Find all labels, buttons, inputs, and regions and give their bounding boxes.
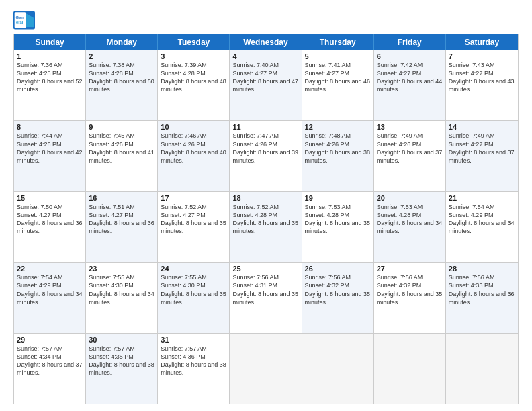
day-number: 16 (89, 194, 154, 202)
day-number: 17 (161, 194, 226, 202)
cal-cell-18: 18Sunrise: 7:52 AMSunset: 4:28 PMDayligh… (230, 192, 302, 262)
day-info: Sunrise: 7:38 AMSunset: 4:28 PMDaylight:… (89, 61, 154, 94)
cal-cell-empty-5 (374, 334, 446, 404)
day-number: 2 (89, 52, 154, 60)
day-number: 26 (305, 265, 371, 273)
cal-cell-5: 5Sunrise: 7:41 AMSunset: 4:27 PMDaylight… (302, 50, 374, 120)
day-number: 24 (161, 265, 226, 273)
day-info: Sunrise: 7:39 AMSunset: 4:28 PMDaylight:… (161, 61, 226, 94)
cal-cell-24: 24Sunrise: 7:55 AMSunset: 4:30 PMDayligh… (158, 263, 230, 332)
cal-cell-16: 16Sunrise: 7:51 AMSunset: 4:27 PMDayligh… (86, 192, 158, 262)
cal-header-saturday: Saturday (446, 34, 518, 50)
cal-cell-20: 20Sunrise: 7:53 AMSunset: 4:28 PMDayligh… (374, 192, 446, 262)
day-info: Sunrise: 7:54 AMSunset: 4:29 PMDaylight:… (17, 273, 83, 306)
cal-row-3: 22Sunrise: 7:54 AMSunset: 4:29 PMDayligh… (14, 262, 518, 332)
cal-row-4: 29Sunrise: 7:57 AMSunset: 4:34 PMDayligh… (14, 333, 518, 404)
day-number: 11 (232, 123, 298, 131)
cal-cell-28: 28Sunrise: 7:56 AMSunset: 4:33 PMDayligh… (446, 263, 518, 332)
cal-cell-22: 22Sunrise: 7:54 AMSunset: 4:29 PMDayligh… (14, 263, 86, 332)
day-info: Sunrise: 7:52 AMSunset: 4:28 PMDaylight:… (232, 203, 298, 236)
cal-cell-17: 17Sunrise: 7:52 AMSunset: 4:27 PMDayligh… (158, 192, 230, 262)
day-number: 14 (449, 123, 515, 131)
day-info: Sunrise: 7:41 AMSunset: 4:27 PMDaylight:… (305, 61, 371, 94)
cal-cell-empty-3 (230, 334, 302, 404)
day-number: 18 (232, 194, 298, 202)
cal-header-sunday: Sunday (14, 34, 86, 50)
page-header: Gen eral (13, 11, 519, 30)
cal-cell-1: 1Sunrise: 7:36 AMSunset: 4:28 PMDaylight… (14, 50, 86, 120)
day-number: 22 (17, 265, 83, 273)
day-info: Sunrise: 7:57 AMSunset: 4:34 PMDaylight:… (17, 345, 83, 377)
day-info: Sunrise: 7:53 AMSunset: 4:28 PMDaylight:… (305, 203, 371, 236)
day-number: 19 (305, 194, 371, 202)
cal-cell-15: 15Sunrise: 7:50 AMSunset: 4:27 PMDayligh… (14, 192, 86, 262)
day-info: Sunrise: 7:56 AMSunset: 4:31 PMDaylight:… (232, 273, 298, 306)
day-info: Sunrise: 7:49 AMSunset: 4:27 PMDaylight:… (449, 132, 515, 165)
calendar: SundayMondayTuesdayWednesdayThursdayFrid… (13, 34, 519, 404)
day-number: 1 (17, 52, 83, 60)
day-number: 13 (377, 123, 443, 131)
calendar-header: SundayMondayTuesdayWednesdayThursdayFrid… (14, 34, 518, 50)
day-info: Sunrise: 7:46 AMSunset: 4:26 PMDaylight:… (161, 132, 226, 165)
day-number: 15 (17, 194, 83, 202)
day-info: Sunrise: 7:45 AMSunset: 4:26 PMDaylight:… (89, 132, 154, 165)
day-number: 3 (161, 52, 226, 60)
cal-cell-13: 13Sunrise: 7:49 AMSunset: 4:26 PMDayligh… (374, 121, 446, 191)
day-info: Sunrise: 7:36 AMSunset: 4:28 PMDaylight:… (17, 61, 83, 94)
cal-header-monday: Monday (86, 34, 158, 50)
day-info: Sunrise: 7:48 AMSunset: 4:26 PMDaylight:… (305, 132, 371, 165)
day-info: Sunrise: 7:55 AMSunset: 4:30 PMDaylight:… (89, 273, 154, 306)
cal-cell-10: 10Sunrise: 7:46 AMSunset: 4:26 PMDayligh… (158, 121, 230, 191)
calendar-body: 1Sunrise: 7:36 AMSunset: 4:28 PMDaylight… (14, 50, 518, 404)
day-info: Sunrise: 7:56 AMSunset: 4:32 PMDaylight:… (377, 273, 443, 306)
day-number: 9 (89, 123, 154, 131)
cal-cell-12: 12Sunrise: 7:48 AMSunset: 4:26 PMDayligh… (302, 121, 374, 191)
day-number: 6 (377, 52, 443, 60)
cal-cell-4: 4Sunrise: 7:40 AMSunset: 4:27 PMDaylight… (230, 50, 302, 120)
day-info: Sunrise: 7:57 AMSunset: 4:36 PMDaylight:… (161, 345, 226, 377)
day-number: 29 (17, 336, 83, 344)
day-info: Sunrise: 7:40 AMSunset: 4:27 PMDaylight:… (232, 61, 298, 94)
day-info: Sunrise: 7:50 AMSunset: 4:27 PMDaylight:… (17, 203, 83, 236)
svg-text:eral: eral (16, 20, 24, 24)
cal-row-2: 15Sunrise: 7:50 AMSunset: 4:27 PMDayligh… (14, 191, 518, 262)
day-info: Sunrise: 7:43 AMSunset: 4:27 PMDaylight:… (449, 61, 515, 94)
day-number: 8 (17, 123, 83, 131)
day-info: Sunrise: 7:51 AMSunset: 4:27 PMDaylight:… (89, 203, 154, 236)
cal-cell-21: 21Sunrise: 7:54 AMSunset: 4:29 PMDayligh… (446, 192, 518, 262)
day-info: Sunrise: 7:55 AMSunset: 4:30 PMDaylight:… (161, 273, 226, 306)
day-number: 27 (377, 265, 443, 273)
day-number: 23 (89, 265, 154, 273)
day-info: Sunrise: 7:56 AMSunset: 4:33 PMDaylight:… (449, 273, 515, 306)
cal-header-thursday: Thursday (302, 34, 374, 50)
cal-cell-30: 30Sunrise: 7:57 AMSunset: 4:35 PMDayligh… (86, 334, 158, 404)
day-info: Sunrise: 7:56 AMSunset: 4:32 PMDaylight:… (305, 273, 371, 306)
day-number: 7 (449, 52, 515, 60)
cal-cell-25: 25Sunrise: 7:56 AMSunset: 4:31 PMDayligh… (230, 263, 302, 332)
day-info: Sunrise: 7:44 AMSunset: 4:26 PMDaylight:… (17, 132, 83, 165)
cal-cell-6: 6Sunrise: 7:42 AMSunset: 4:27 PMDaylight… (374, 50, 446, 120)
svg-text:Gen: Gen (16, 15, 24, 19)
calendar-page: Gen eral SundayMondayTuesdayWednesdayThu… (0, 0, 532, 411)
cal-cell-8: 8Sunrise: 7:44 AMSunset: 4:26 PMDaylight… (14, 121, 86, 191)
cal-cell-3: 3Sunrise: 7:39 AMSunset: 4:28 PMDaylight… (158, 50, 230, 120)
cal-cell-empty-4 (302, 334, 374, 404)
cal-cell-19: 19Sunrise: 7:53 AMSunset: 4:28 PMDayligh… (302, 192, 374, 262)
day-number: 20 (377, 194, 443, 202)
cal-cell-26: 26Sunrise: 7:56 AMSunset: 4:32 PMDayligh… (302, 263, 374, 332)
cal-cell-empty-6 (446, 334, 518, 404)
cal-cell-23: 23Sunrise: 7:55 AMSunset: 4:30 PMDayligh… (86, 263, 158, 332)
day-number: 31 (161, 336, 226, 344)
day-info: Sunrise: 7:57 AMSunset: 4:35 PMDaylight:… (89, 345, 154, 377)
cal-cell-14: 14Sunrise: 7:49 AMSunset: 4:27 PMDayligh… (446, 121, 518, 191)
cal-header-friday: Friday (374, 34, 446, 50)
day-info: Sunrise: 7:52 AMSunset: 4:27 PMDaylight:… (161, 203, 226, 236)
logo: Gen eral (13, 11, 38, 30)
logo-icon: Gen eral (13, 11, 35, 30)
day-number: 12 (305, 123, 371, 131)
cal-cell-7: 7Sunrise: 7:43 AMSunset: 4:27 PMDaylight… (446, 50, 518, 120)
cal-cell-2: 2Sunrise: 7:38 AMSunset: 4:28 PMDaylight… (86, 50, 158, 120)
day-number: 30 (89, 336, 154, 344)
cal-row-1: 8Sunrise: 7:44 AMSunset: 4:26 PMDaylight… (14, 120, 518, 191)
day-info: Sunrise: 7:49 AMSunset: 4:26 PMDaylight:… (377, 132, 443, 165)
